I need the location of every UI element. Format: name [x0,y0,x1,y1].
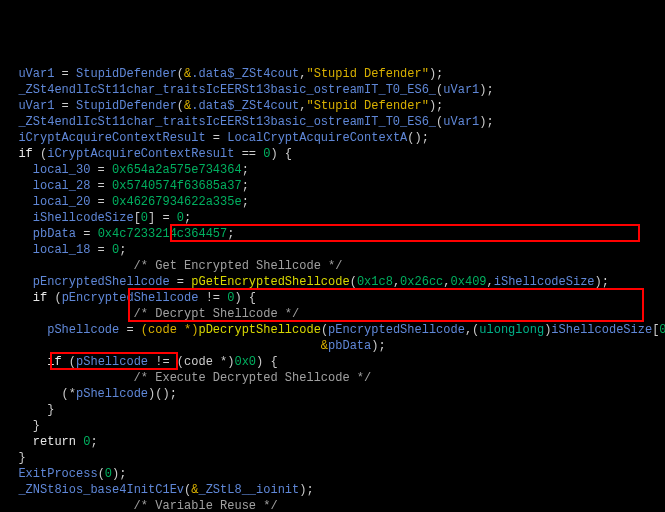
code-listing: uVar1 = StupidDefender(&.data$_ZSt4cout,… [4,66,661,512]
